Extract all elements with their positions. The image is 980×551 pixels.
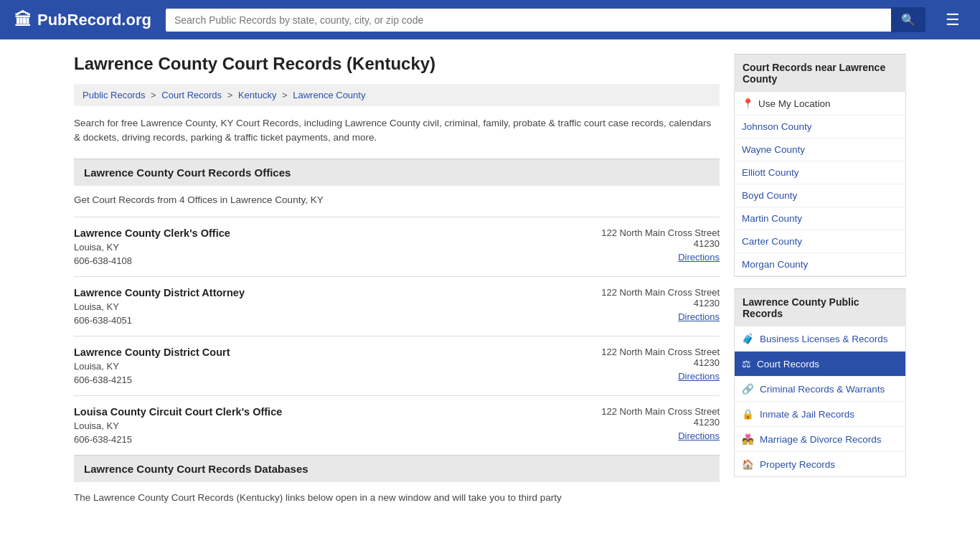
nearby-county-link[interactable]: Carter County [742,236,802,247]
nearby-county-link[interactable]: Johnson County [742,121,812,132]
office-address-line2: 41230 [694,298,720,309]
public-records-heading: Lawrence County Public Records [734,288,906,326]
page-title: Lawrence County Court Records (Kentucky) [74,54,720,74]
page-description: Search for free Lawrence County, KY Cour… [74,116,720,146]
nearby-county-item[interactable]: Carter County [735,230,905,253]
public-records-item[interactable]: 🧳 Business Licenses & Records [735,326,905,352]
jail-icon: 🔒 [742,408,754,420]
office-city: Louisa, KY [74,420,282,431]
public-records-link[interactable]: Property Records [760,459,835,470]
office-info: Lawrence County District Court Louisa, K… [74,347,230,385]
breadcrumb-lawrence-county[interactable]: Lawrence County [293,90,365,100]
nearby-county-item[interactable]: Boyd County [735,184,905,207]
offices-count: Get Court Records from 4 Offices in Lawr… [74,194,720,205]
office-address-line2: 41230 [694,417,720,428]
office-address-line1: 122 North Main Cross Street [601,347,720,357]
office-address: 122 North Main Cross Street 41230 Direct… [601,287,720,322]
office-city: Louisa, KY [74,242,230,253]
use-location-label: Use My Location [758,98,831,109]
breadcrumb-public-records[interactable]: Public Records [83,90,145,100]
public-records-item[interactable]: 💑 Marriage & Divorce Records [735,427,905,452]
office-address: 122 North Main Cross Street 41230 Direct… [601,347,720,382]
page-content: Lawrence County Court Records (Kentucky)… [60,39,920,519]
nearby-county-link[interactable]: Morgan County [742,259,808,270]
menu-button[interactable]: ☰ [940,8,966,32]
office-address-line1: 122 North Main Cross Street [601,287,720,298]
office-card: Lawrence County District Attorney Louisa… [74,276,720,336]
office-card: Lawrence County District Court Louisa, K… [74,336,720,395]
offices-section-header: Lawrence County Court Records Offices [74,159,720,186]
offices-list: Lawrence County Clerk's Office Louisa, K… [74,217,720,455]
biz-icon: 🧳 [742,333,754,344]
office-info: Lawrence County District Attorney Louisa… [74,287,245,326]
search-area: 🔍 [166,7,925,32]
location-icon: 📍 [742,98,754,109]
search-input[interactable] [166,9,891,32]
office-city: Louisa, KY [74,361,230,372]
public-records-link[interactable]: Marriage & Divorce Records [760,434,882,445]
public-records-item[interactable]: 🔗 Criminal Records & Warrants [735,377,905,402]
breadcrumb-court-records[interactable]: Court Records [161,90,222,100]
office-city: Louisa, KY [74,301,245,312]
office-name: Lawrence County Clerk's Office [74,227,230,239]
public-records-item[interactable]: 🔒 Inmate & Jail Records [735,402,905,427]
public-records-section: Lawrence County Public Records 🧳 Busines… [734,288,906,477]
office-card: Lawrence County Clerk's Office Louisa, K… [74,217,720,276]
crim-icon: 🔗 [742,383,754,395]
nearby-county-item[interactable]: Martin County [735,207,905,230]
office-address-line2: 41230 [694,238,720,249]
nearby-county-item[interactable]: Wayne County [735,138,905,161]
sidebar: Court Records near Lawrence County 📍 Use… [734,54,906,505]
public-records-link[interactable]: Inmate & Jail Records [760,409,854,420]
databases-section-header: Lawrence County Court Records Databases [74,455,720,482]
office-address-line1: 122 North Main Cross Street [601,227,720,238]
public-records-link[interactable]: Business Licenses & Records [760,334,888,344]
directions-link[interactable]: Directions [601,371,720,382]
nearby-county-link[interactable]: Martin County [742,213,802,224]
nearby-heading: Court Records near Lawrence County [734,54,906,92]
nearby-county-item[interactable]: Morgan County [735,253,905,276]
office-phone: 606-638-4215 [74,434,282,445]
site-logo[interactable]: 🏛 PubRecord.org [14,10,151,30]
nearby-county-link[interactable]: Elliott County [742,167,799,178]
marriage-icon: 💑 [742,433,754,445]
court-icon: ⚖ [742,358,751,369]
office-phone: 606-638-4215 [74,375,230,385]
nearby-section: Court Records near Lawrence County 📍 Use… [734,54,906,277]
office-name: Louisa County Circuit Court Clerk's Offi… [74,406,282,418]
office-info: Lawrence County Clerk's Office Louisa, K… [74,227,230,266]
breadcrumb-kentucky[interactable]: Kentucky [238,90,276,100]
public-records-link[interactable]: Court Records [757,359,819,369]
nearby-county-item[interactable]: Johnson County [735,116,905,138]
databases-description: The Lawrence County Court Records (Kentu… [74,491,720,505]
office-info: Louisa County Circuit Court Clerk's Offi… [74,406,282,445]
office-address: 122 North Main Cross Street 41230 Direct… [601,406,720,441]
public-records-list: 🧳 Business Licenses & Records ⚖ Court Re… [734,326,906,477]
office-address-line1: 122 North Main Cross Street [601,406,720,417]
logo-icon: 🏛 [14,10,32,30]
use-location-item[interactable]: 📍 Use My Location [735,92,905,116]
nearby-counties-list: 📍 Use My Location Johnson CountyWayne Co… [734,92,906,277]
office-name: Lawrence County District Attorney [74,287,245,298]
directions-link[interactable]: Directions [601,252,720,263]
logo-text: PubRecord.org [37,11,151,29]
office-name: Lawrence County District Court [74,347,230,358]
prop-icon: 🏠 [742,458,754,470]
nearby-county-link[interactable]: Wayne County [742,144,805,155]
nearby-county-item[interactable]: Elliott County [735,161,905,184]
breadcrumb: Public Records > Court Records > Kentuck… [74,84,720,106]
office-address: 122 North Main Cross Street 41230 Direct… [601,227,720,263]
directions-link[interactable]: Directions [601,430,720,441]
public-records-link[interactable]: Criminal Records & Warrants [760,384,885,395]
nearby-county-link[interactable]: Boyd County [742,190,797,201]
office-address-line2: 41230 [694,357,720,368]
search-button[interactable]: 🔍 [891,7,925,32]
office-phone: 606-638-4108 [74,255,230,266]
main-column: Lawrence County Court Records (Kentucky)… [74,54,720,505]
site-header: 🏛 PubRecord.org 🔍 ☰ [0,0,980,39]
public-records-item[interactable]: ⚖ Court Records [735,352,905,377]
office-phone: 606-638-4051 [74,315,245,326]
public-records-item[interactable]: 🏠 Property Records [735,452,905,476]
directions-link[interactable]: Directions [601,311,720,322]
office-card: Louisa County Circuit Court Clerk's Offi… [74,395,720,455]
